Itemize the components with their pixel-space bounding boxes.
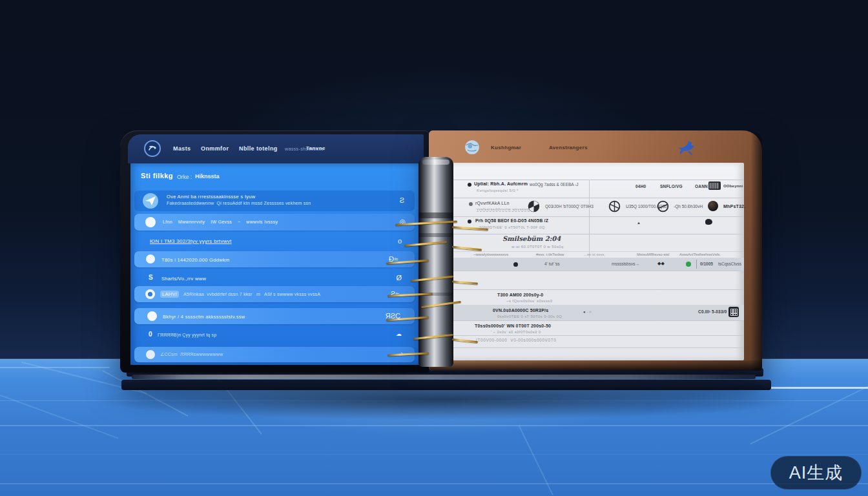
list-item[interactable]: ЮN I TM3 302/3tyv yyyrs brtvwvt o <box>134 236 415 249</box>
list-item-text: ГЯЯЯЯВ)п Çyy yyynrt tq sp <box>158 333 216 337</box>
paper-plane-icon <box>143 193 158 209</box>
row-divider <box>452 216 744 217</box>
currency-icon: S <box>149 274 153 281</box>
list-item[interactable]: ĿAHV/ A5Rinkaa vvbddrfef dssn 7 kksr m A… <box>134 286 415 302</box>
list-item[interactable]: ∠CCsm ЛЯЯЯswwwwwwww › <box>134 347 415 362</box>
entry-name: rQvvrfKAkA LLn <box>475 201 510 205</box>
row-divider <box>452 271 744 271</box>
entry-subtext: ~s fQsrs0s0ss' s0ssss0 <box>506 299 552 303</box>
device-base-silver-strip <box>132 375 756 379</box>
left-device: Masts Onmmfor Nblle totelng wasss-shsdss… <box>120 130 429 373</box>
toggle-dots-icon[interactable]: ● · ○ <box>583 310 592 314</box>
row-action-icon[interactable]: Ƨ <box>400 196 404 204</box>
bullet-icon <box>469 202 473 206</box>
entry-name-subtext: vvsfssrssddvvvrw wsvssssl <box>477 207 530 212</box>
list-item[interactable]: Ove Anmi ba rrrestssaakinssse s tyuw Fak… <box>134 191 415 211</box>
marker-icon: ▲ <box>637 221 641 225</box>
zero-icon: 0 <box>149 331 152 338</box>
status-dot <box>513 262 518 267</box>
row-divider <box>452 347 744 348</box>
row-action-icon[interactable]: Ø <box>396 274 402 282</box>
right-nav-item-1[interactable]: Kushhgmar <box>491 145 521 150</box>
entry-title: 0VN.0s0A0000C 50R3P/s <box>493 308 548 313</box>
entry-value: Q03/J0H 'bT000Q' 0T9H3 <box>545 204 594 209</box>
entry-cell: OANN <box>695 184 708 189</box>
avatar-dot <box>148 292 152 296</box>
list-item[interactable]: S Sharts/Vo.,rrv www Ø <box>134 272 415 285</box>
list-item-link[interactable]: ЮN I TM3 302/3tyv yyyrs brtvwvt <box>150 238 232 244</box>
slash-circle-icon[interactable] <box>656 200 670 213</box>
device-shadow <box>97 386 794 420</box>
entry-value: -Qh 50.Đh30vH <box>674 204 703 209</box>
list-item-text: Lfnn Mwwnnrvvty IW Gevss ~ wwwvls Ivsssy <box>163 220 278 224</box>
list-item-text: ∠CCsm ЛЯЯЯswwwwwwww <box>160 352 223 357</box>
row-divider <box>452 289 744 290</box>
entry-footnote: IT00V00-0000 V0-00s000s000V0T0 <box>476 338 556 342</box>
green-status-dot <box>686 262 691 267</box>
entry-title: Prh 0Q58 BEDf E0-D05 4N05B /Z <box>475 218 548 223</box>
row-divider <box>452 251 744 252</box>
entry-title: Uptial: Rbh.A. Aufcmrm <box>474 181 528 186</box>
right-bottom-edge <box>429 360 762 371</box>
qr-code-icon[interactable] <box>728 307 739 317</box>
cloud-icon[interactable]: ☁ <box>396 331 402 337</box>
spine-cap-highlight <box>422 160 450 165</box>
left-nav-item-3[interactable]: Nblle totelng <box>239 145 278 152</box>
list-item-tag: ĿAHV/ <box>160 291 179 298</box>
bullet-icon <box>468 183 471 187</box>
list-item[interactable]: Bkhyr / 4 ssssctm akkssssststv.ssw ЯƧC <box>134 308 415 324</box>
entry-subtext: ' ~ 0s0s' s0 s0f0T0s0s0 0 <box>491 330 541 334</box>
column-header: #sss: t.tlsTwdsw <box>536 253 564 256</box>
ink-blob-icon <box>705 219 712 225</box>
table-cell: msssslsbsvs→ <box>612 262 639 266</box>
column-divider <box>589 180 590 271</box>
table-cell: 4' tuf 'ss <box>544 262 559 266</box>
entry-subtext: 0ss0v0TEE 0 sT 50T0s 0-00s 0Q <box>497 315 562 318</box>
spine-joint <box>418 212 453 218</box>
left-tab-2[interactable]: Hiknssta <box>195 173 220 180</box>
entry-cell: SNFLO/VG <box>660 184 683 189</box>
sphere-icon[interactable] <box>708 201 718 211</box>
globe-icon[interactable] <box>464 139 480 156</box>
list-item[interactable]: Lfnn Mwwnnrvvty IW Gevss ~ wwwvls Ivsssy… <box>134 214 415 231</box>
left-nav-item-5[interactable]: Tanvne <box>306 145 326 151</box>
arrows-icon[interactable]: ◆◆ <box>657 261 665 266</box>
entry-code: C0.III› 5-033/0 <box>698 309 727 314</box>
left-nav-item-1[interactable]: Masts <box>173 145 191 152</box>
table-cell: tsCqssCtvss <box>718 262 741 266</box>
left-tab-1[interactable]: Orke : <box>177 174 192 180</box>
wheel-icon[interactable] <box>608 200 621 213</box>
column-header: ...ss-st ssss. <box>584 253 605 256</box>
list-item[interactable]: 0 ГЯЯЯЯВ)п Çyy yyynrt tq sp ☁ <box>134 329 415 342</box>
column-header: ~wwwlyttssssssssvs <box>473 253 508 256</box>
entry-title: T300 AM00 200s0y-0 <box>497 293 543 297</box>
list-item-text: Ove Anmi ba rrrestssaakinssse s tyuw <box>167 194 256 200</box>
column-header: MstsuMffftsvsc-stsl <box>637 253 669 256</box>
row-divider <box>452 180 744 180</box>
signature-subtext: w-st 60.0T0T0T 0 w 50s0q <box>512 245 564 249</box>
row-divider <box>452 335 744 336</box>
list-item-text: Sharts/Vo.,rrv www <box>161 276 206 282</box>
column-header: AsssAnlTssftssfsssVsfs. <box>679 253 721 256</box>
right-nav-item-2[interactable]: Avenstrangers <box>549 145 588 150</box>
entry-subtext: Kvrtgsfoqssqdsl 5/0 * <box>477 189 519 192</box>
bird-logo-icon[interactable] <box>676 136 698 158</box>
list-item-text: A5Rinkaa vvbddrfef dssn 7 kksr m ASf s s… <box>183 292 320 296</box>
bullet-icon <box>468 220 471 223</box>
entry-cell: 04H0 <box>636 184 646 189</box>
app-logo-icon[interactable] <box>143 140 161 158</box>
row-divider <box>452 320 744 321</box>
left-nav-item-2[interactable]: Onmmfor <box>201 145 229 152</box>
row-action-icon[interactable]: o <box>398 237 402 245</box>
pinwheel-icon[interactable] <box>527 200 541 213</box>
cell-divider <box>696 260 697 269</box>
floor-grid-line <box>0 425 868 426</box>
list-item[interactable]: T80s i 1442020.000 Gddwkm Ð≈ <box>134 251 415 267</box>
scene: Masts Onmmfor Nblle totelng wasss-shsdss… <box>0 0 868 496</box>
signature-text: Smilsebüm 2:04 <box>502 235 561 242</box>
entry-title-extra: wo0Qg 7adss & 0EEBA -J <box>530 182 579 187</box>
left-header: Masts Onmmfor Nblle totelng wasss-shsdss… <box>128 134 424 163</box>
entry-subtext: 00N0DTrEE' 0 sT50T0L T-00F 0Q <box>479 225 545 229</box>
spine-joint <box>418 233 453 237</box>
row-divider <box>452 198 744 198</box>
